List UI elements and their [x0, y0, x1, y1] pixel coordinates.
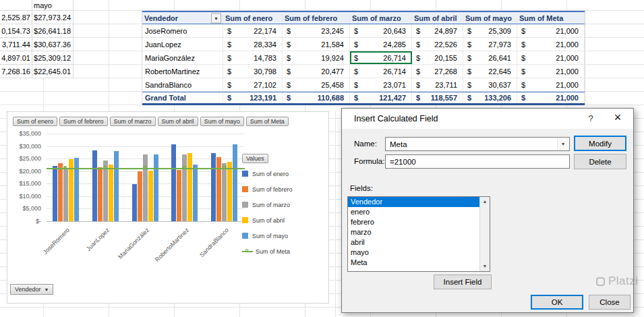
value-cell[interactable]: $27,102 [223, 78, 283, 91]
legend-item[interactable]: Sum of mayo [242, 231, 327, 241]
chart-bar[interactable] [138, 171, 142, 221]
pivot-column-header[interactable]: Sum of febrero [283, 12, 350, 24]
value-cell[interactable]: $22,645 [463, 65, 517, 78]
chart-bar[interactable] [148, 171, 153, 221]
chart-bar[interactable] [154, 154, 158, 221]
cell-value[interactable]: 3,711.44 [0, 38, 32, 51]
value-cell[interactable]: $21,000 [517, 24, 585, 37]
value-cell[interactable]: $133,206 [463, 92, 517, 103]
value-cell[interactable]: $25,309 [463, 24, 517, 37]
pivot-column-header[interactable]: Sum of abril [412, 12, 463, 24]
value-cell[interactable]: $19,924 [283, 51, 350, 64]
legend-item[interactable]: Sum of febrero [242, 184, 327, 194]
value-cell[interactable]: $21,000 [517, 65, 585, 78]
field-list-item[interactable]: enero [348, 207, 479, 217]
listbox-scrollbar[interactable]: ▲ ▼ [479, 197, 490, 271]
close-icon[interactable]: × [602, 109, 633, 129]
value-cell[interactable]: $21,000 [517, 38, 585, 51]
chart-bar[interactable] [53, 166, 57, 221]
scroll-down-icon[interactable]: ▼ [480, 262, 490, 271]
row-label-cell[interactable]: SandraBlanco [142, 78, 223, 91]
value-cell[interactable]: $30,637 [463, 78, 517, 91]
combo-dropdown-icon[interactable]: ▾ [557, 138, 568, 150]
chart-bar[interactable] [171, 144, 176, 221]
ok-button[interactable]: OK [531, 295, 583, 310]
chart-value-field-button[interactable]: Sum of Meta [246, 117, 289, 126]
chart-bar[interactable] [98, 167, 103, 221]
value-cell[interactable]: $14,783 [223, 51, 283, 64]
chart-bar[interactable] [143, 154, 148, 221]
chart-value-field-button[interactable]: Sum of febrero [59, 117, 108, 126]
value-cell[interactable]: $30,798 [223, 65, 283, 78]
value-cell[interactable]: $26,714 [350, 65, 412, 78]
value-cell[interactable]: $123,191 [223, 92, 283, 103]
cell[interactable]: $25,309.12 [32, 51, 74, 65]
value-cell[interactable]: $27,268 [412, 65, 463, 78]
chart-bar[interactable] [92, 150, 97, 221]
vendedor-axis-field-button[interactable]: Vendedor ▼ [10, 284, 53, 295]
row-label-cell[interactable]: JuanLopez [142, 38, 223, 51]
filter-dropdown-icon[interactable]: ▼ [211, 13, 221, 23]
legend-item[interactable]: Sum of abril [242, 215, 327, 225]
chart-bar[interactable] [132, 184, 137, 221]
chart-bar[interactable] [109, 165, 113, 221]
value-cell[interactable]: $28,334 [223, 38, 283, 51]
value-cell[interactable]: $23,071 [350, 78, 412, 91]
value-cell[interactable]: $24,285 [350, 38, 412, 51]
value-cell[interactable]: $24,897 [412, 24, 463, 37]
pivot-chart[interactable]: Sum of eneroSum of febreroSum of marzoSu… [7, 111, 329, 304]
chart-bar[interactable] [187, 153, 192, 221]
chart-bar[interactable] [216, 157, 221, 221]
value-cell[interactable]: $110,688 [283, 92, 350, 103]
pivot-column-header[interactable]: Sum of mayo [463, 12, 517, 24]
value-cell[interactable]: $20,643 [350, 24, 412, 37]
row-label-cell[interactable]: MariaGonzález [142, 51, 223, 64]
field-list-item[interactable]: marzo [348, 227, 479, 237]
value-cell[interactable]: $21,584 [283, 38, 350, 51]
value-cell[interactable]: $20,155 [412, 51, 463, 64]
value-cell[interactable]: $21,000 [517, 51, 585, 64]
scroll-up-icon[interactable]: ▲ [480, 197, 490, 206]
chart-bar[interactable] [177, 170, 181, 221]
cell-value[interactable]: 7,268.16 [0, 65, 32, 78]
row-label-cell[interactable]: JoseRomero [142, 24, 223, 37]
chart-bar[interactable] [63, 169, 68, 221]
cell-value[interactable]: 4,897.01 [0, 51, 32, 65]
value-cell[interactable]: $23,711 [412, 78, 463, 91]
value-cell[interactable]: $26,714 [350, 51, 412, 64]
chart-value-field-button[interactable]: Sum of mayo [200, 117, 244, 126]
chart-bar[interactable] [182, 154, 187, 221]
chart-value-field-button[interactable]: Sum of marzo [110, 117, 156, 126]
cell-value[interactable]: 0,154.73 [0, 24, 32, 38]
column-header-mayo[interactable]: mayo [32, 0, 74, 11]
pivot-column-header[interactable]: Sum of Meta [517, 12, 585, 24]
chart-bar[interactable] [58, 163, 63, 221]
field-list-item[interactable]: febrero [348, 217, 479, 227]
value-cell[interactable]: $118,557 [412, 92, 463, 103]
field-list-item[interactable]: mayo [348, 248, 479, 258]
value-cell[interactable]: $21,000 [517, 92, 585, 103]
column-header-clipped[interactable] [0, 0, 32, 11]
close-button[interactable]: Close [589, 295, 631, 310]
chart-bar[interactable] [211, 153, 216, 221]
row-label-cell[interactable]: RobertoMartinez [142, 65, 223, 78]
value-cell[interactable]: $20,477 [283, 65, 350, 78]
formula-input[interactable]: =21000 [385, 154, 570, 169]
row-label-cell[interactable]: Grand Total [142, 92, 223, 103]
pivot-column-header[interactable]: Sum of enero [223, 12, 283, 24]
name-combobox[interactable]: Meta ▾ [385, 137, 570, 151]
chart-bar[interactable] [233, 144, 237, 221]
cell[interactable]: $22,645.01 [32, 65, 74, 78]
value-cell[interactable]: $21,000 [517, 78, 585, 91]
chart-bar[interactable] [193, 165, 198, 221]
modify-button[interactable]: Modify [574, 136, 626, 151]
pivot-column-header[interactable]: Sum of marzo [350, 12, 412, 24]
legend-item[interactable]: Sum of Meta [242, 246, 327, 256]
value-cell[interactable]: $26,641 [463, 51, 517, 64]
chart-bar[interactable] [114, 151, 119, 221]
chart-bar[interactable] [222, 163, 227, 221]
value-cell[interactable]: $25,458 [283, 78, 350, 91]
legend-item[interactable]: Sum of enero [242, 169, 327, 179]
field-list-item[interactable]: Meta [348, 258, 479, 268]
field-list-item[interactable]: Vendedor [348, 197, 479, 207]
